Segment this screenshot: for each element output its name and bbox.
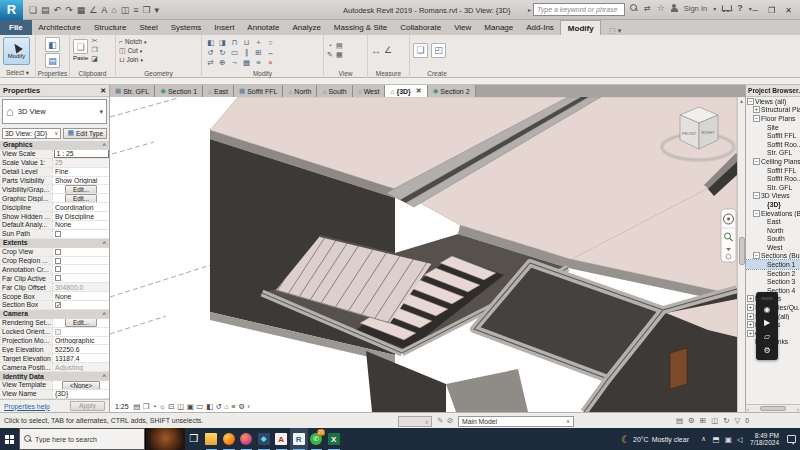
tree-item--3d-[interactable]: {3D} [746,200,800,209]
modify-tool-icon[interactable]: ⇄ [205,58,216,68]
taskbar-app-browser[interactable] [238,428,256,450]
match-type-icon[interactable]: ◪ [91,55,98,63]
properties-help-link[interactable]: Properties help [4,403,50,410]
modify-tool-icon[interactable]: ↔ [265,48,276,58]
property-row[interactable]: View Scale1 : 25 [0,150,109,159]
property-row[interactable]: Sun Path [0,230,109,239]
property-row[interactable]: Default Analy...None [0,221,109,230]
modify-tool-icon[interactable]: ↻ [217,48,228,58]
create-similar-icon[interactable]: ◰ [431,43,446,58]
checkbox[interactable] [55,258,61,264]
modify-tool-icon[interactable]: ↺ [205,48,216,58]
property-row[interactable]: Scale Value 1:25 [0,159,109,168]
volume-icon[interactable]: ◁ [737,435,743,444]
tree-item-structural-pla-[interactable]: +Structural Pla... [746,106,800,115]
property-row[interactable]: Locked Orient... [0,328,109,337]
modify-tool-icon[interactable]: ∥ [241,48,252,58]
modify-tool-icon[interactable]: × [265,58,276,68]
print-icon[interactable]: ▦ [77,5,86,15]
view-tab-east[interactable]: ⌂East [203,85,234,97]
tree-item-section-2[interactable]: Section 2 [746,269,800,278]
modify-tool-icon[interactable]: ≡ [253,58,264,68]
close-view-icon[interactable]: ✕ [416,87,422,95]
ribbon-tab-add-ins[interactable]: Add-Ins [520,20,561,35]
viewcube-right-face[interactable]: RIGHT [702,130,715,135]
ribbon-tab-architecture[interactable]: Architecture [32,20,88,35]
view-tab-section-1[interactable]: ◉Section 1 [155,85,203,97]
action-center-icon[interactable] [784,428,798,450]
panel-label-create[interactable]: Create [410,70,464,77]
property-row[interactable]: Annotation Cr... [0,265,109,274]
tree-item-soffit-roo-[interactable]: Soffit Roo... [746,140,800,149]
property-row[interactable]: Target Elevation13187.4 [0,354,109,363]
property-row[interactable]: DisciplineCoordination [0,203,109,212]
instance-selector[interactable]: 3D View: {3D}∨ [2,128,61,139]
notch-button[interactable]: Notch [125,38,142,45]
tree-item-3d-views[interactable]: −3D Views [746,192,800,201]
override-icon[interactable]: ▦ [336,51,343,59]
taskbar-app-autocad[interactable]: A [273,428,291,450]
recorder-handle[interactable] [761,297,773,300]
checkbox[interactable] [55,275,61,281]
modify-tool-icon[interactable]: ○ [265,38,276,48]
press-drag-icon[interactable]: ◫ [711,416,718,425]
modify-tool-icon[interactable]: ¬ [229,58,240,68]
drawing-area[interactable]: FRONT RIGHT ▲ 1:25 ▤❐◔☼⊡◫▣▭◧↺⌂≡⚙‹ [110,97,745,412]
type-selector[interactable]: ⌂ 3D View ▾ [2,99,107,124]
modify-tool-icon[interactable]: ⊔ [241,38,252,48]
tree-expander-icon[interactable]: − [753,158,760,165]
design-options-icon[interactable]: ⚙ [688,416,695,425]
modify-tool-button[interactable]: Modify [3,37,30,65]
tree-item-floor-plans[interactable]: −Floor Plans [746,114,800,123]
edit-type-button[interactable]: ▦ Edit Type [63,128,107,139]
tree-item-str-gfl[interactable]: Str. GFL [746,149,800,158]
tree-expander-icon[interactable]: + [747,330,754,337]
tray-expand-icon[interactable]: ∧ [701,435,706,443]
taskbar-image-toolbar[interactable] [145,428,185,450]
property-row[interactable]: Far Clip Active [0,274,109,283]
3d-model-canvas[interactable]: FRONT RIGHT [110,97,737,412]
ribbon-tab-analyze[interactable]: Analyze [286,20,327,35]
detail-level-icon[interactable]: ❐ [143,402,150,412]
onedrive-icon[interactable]: ⬒ [713,435,720,444]
scroll-left-icon[interactable]: ‹ [747,406,749,412]
tree-expander-icon[interactable]: + [747,321,754,328]
taskbar-app-photos[interactable]: ◆ [255,428,273,450]
tree-expander-icon[interactable]: − [753,210,760,217]
modify-tool-icon[interactable]: ⊓ [229,38,240,48]
record-icon[interactable]: ▶ [764,318,770,327]
paste-icon[interactable]: ❏ [73,39,88,54]
view-scale-icon[interactable]: ▤ [133,402,140,412]
properties-palette-icon[interactable]: ▤ [45,53,60,68]
tree-item-soffit-ffl[interactable]: Soffit FFL [746,166,800,175]
taskbar-search-input[interactable]: Type here to search [19,428,145,450]
worksets-dialog-icon[interactable]: ⊘ [447,416,453,425]
modify-tool-icon[interactable]: ◧ [205,38,216,48]
open-icon[interactable]: ❏ [29,5,37,15]
property-row[interactable]: Detail LevelFine [0,168,109,177]
minimize-button[interactable]: ─ [752,6,758,15]
modify-tool-icon[interactable]: ◨ [217,38,228,48]
tree-expander-icon[interactable]: + [747,304,754,311]
display-icon[interactable]: ▣ [725,435,732,444]
linework-icon[interactable]: ✎ [327,51,333,59]
property-row[interactable]: Rendering Set...Edit... [0,319,109,328]
tree-item-views-all-[interactable]: −Views (all) [746,97,800,106]
angle-dimension-icon[interactable]: ∠ [384,45,392,55]
property-row[interactable]: Crop View [0,248,109,257]
weather-widget[interactable]: ☾ 20°C Mostly clear [621,434,689,445]
tree-expander-icon[interactable]: + [747,295,754,302]
ribbon-tab-modify[interactable]: Modify [560,20,601,35]
favorites-star-icon[interactable]: ☆ [657,3,665,13]
close-button[interactable]: ✕ [785,6,792,15]
tree-expander-icon[interactable]: + [753,106,760,113]
view-tab-section-2[interactable]: ◉Section 2 [428,85,476,97]
checkbox[interactable] [55,329,61,335]
view-tab-soffit-ffl[interactable]: ▦Soffit FFL [234,85,283,97]
lightbulb-icon[interactable]: ◔ [328,42,332,50]
temporary-view-properties-icon[interactable]: ≡ [231,402,235,412]
help-search-input[interactable]: Type a keyword or phrase [533,3,625,16]
property-row[interactable]: Crop Region ... [0,257,109,266]
ribbon-tab-systems[interactable]: Systems [164,20,208,35]
property-section-extents[interactable]: Extents^ [0,239,109,248]
